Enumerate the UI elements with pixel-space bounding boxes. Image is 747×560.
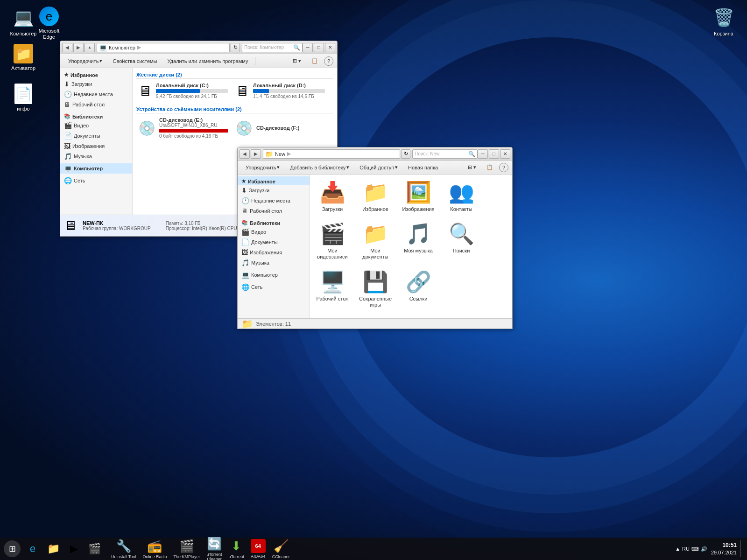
taskbar-ie[interactable]: e — [23, 539, 42, 558]
folder-images-icon: 🖼️ — [406, 180, 431, 204]
desktop-icon-info[interactable]: 📄 инфо — [5, 82, 42, 114]
folder-savedgames-icon: 💾 — [363, 270, 388, 294]
minimize-button[interactable]: ─ — [303, 43, 313, 52]
sidebar-item-recent[interactable]: 🕐 Недавние места — [60, 89, 132, 99]
show-desktop-button[interactable] — [740, 540, 743, 557]
maximize-button-new[interactable]: □ — [489, 149, 499, 159]
start-button[interactable]: ⊞ — [4, 540, 21, 557]
harddisks-label: Жёсткие диски (2) — [136, 72, 182, 77]
sidebar-item-video-new[interactable]: 🎬 Видео — [238, 227, 310, 237]
uninstall-program-button[interactable]: Удалить или изменить программу — [163, 57, 252, 65]
taskbar-online-radio[interactable]: 📻 Online Radio — [140, 538, 169, 560]
sidebar-item-recent-new[interactable]: 🕐 Недавние места — [238, 196, 310, 206]
help-button-new[interactable]: ? — [499, 163, 508, 172]
close-button[interactable]: ✕ — [325, 43, 335, 52]
folder-savedgames[interactable]: 💾 Сохранённые игры — [357, 268, 394, 310]
sidebar-item-images-new[interactable]: 🖼 Изображения — [238, 247, 310, 258]
address-bar-new[interactable]: 📁 New ▶ — [263, 149, 400, 159]
sidebar-item-downloads[interactable]: ⬇ Загрузки — [60, 79, 132, 89]
tray-volume[interactable]: 🔊 — [701, 546, 707, 552]
refresh-button-new[interactable]: ↻ — [401, 149, 410, 159]
desktop-icon-activator[interactable]: 📁 Активатор — [5, 42, 42, 73]
sidebar-item-network[interactable]: 🌐 Сеть — [60, 175, 132, 186]
uninstall-tool-icon: 🔧 — [116, 539, 131, 553]
sidebar-item-desktop[interactable]: 🖥 Рабочий стол — [60, 99, 132, 110]
folder-contacts-label: Контакты — [450, 206, 472, 212]
taskbar-mediaplayer[interactable]: ▶ — [64, 539, 83, 558]
help-button[interactable]: ? — [324, 56, 333, 66]
sidebar-item-desktop-new[interactable]: 🖥 Рабочий стол — [238, 206, 310, 216]
minimize-button-new[interactable]: ─ — [478, 149, 488, 159]
desktop-icon-recyclebin[interactable]: 🗑️ Корзина — [705, 5, 742, 39]
sidebar-item-computer[interactable]: 💻 Компьютер — [60, 163, 132, 174]
taskbar-uninstall-tool[interactable]: 🔧 Uninstall Tool — [108, 538, 139, 560]
add-to-library-button[interactable]: Добавить в библиотеку ▾ — [286, 163, 353, 172]
organize-button-new[interactable]: Упорядочить ▾ — [241, 163, 284, 172]
cd-f[interactable]: 💿 CD-дисковод (F:) — [233, 115, 327, 140]
folder-savedgames-label: Сохранённые игры — [359, 296, 392, 308]
close-button-new[interactable]: ✕ — [500, 149, 510, 159]
folder-mydocs[interactable]: 📁 Мои документы — [357, 220, 394, 262]
explorer-window-new: ◀ ▶ 📁 New ▶ ↻ Поиск: New 🔍 ─ □ ✕ Упорядо — [237, 147, 513, 329]
removable-label: Устройства со съёмными носителями (2) — [136, 106, 242, 112]
cd-e-space: 0 байт свободно из 4,16 ГБ — [159, 133, 228, 139]
drive-c[interactable]: 🖥 Локальный диск (C:) 9,42 ГБ свободно и… — [136, 81, 230, 101]
sidebar-item-music-new[interactable]: 🎵 Музыка — [238, 258, 310, 268]
folder-videos[interactable]: 🎬 Мои видеозаписи — [314, 220, 351, 262]
sidebar-item-video[interactable]: 🎬 Видео — [60, 120, 132, 131]
info-icon-label: инфо — [17, 106, 29, 112]
folder-music[interactable]: 🎵 Моя музыка — [400, 220, 437, 262]
sidebar-item-network-new[interactable]: 🌐 Сеть — [238, 282, 310, 292]
sidebar-item-docs[interactable]: 📄 Документы — [60, 131, 132, 141]
taskbar-clock[interactable]: 10:51 29.07.2021 — [711, 541, 737, 556]
taskbar-ccleaner[interactable]: 🧹 CCleaner — [269, 538, 293, 560]
folder-searches[interactable]: 🔍 Поиски — [443, 220, 480, 262]
folder-links[interactable]: 🔗 Ссылки — [400, 268, 437, 310]
folder-images[interactable]: 🖼️ Изображения — [400, 178, 437, 214]
drive-d[interactable]: 🖥 Локальный диск (D:) 11,4 ГБ свободно и… — [233, 81, 327, 101]
maximize-button[interactable]: □ — [314, 43, 324, 52]
taskbar-aida64[interactable]: 64 AIDA64 — [248, 538, 268, 560]
sidebar-item-downloads-new[interactable]: ⬇ Загрузки — [238, 185, 310, 196]
back-button-new[interactable]: ◀ — [240, 149, 250, 159]
folder-contacts[interactable]: 👥 Контакты — [443, 178, 480, 214]
organize-button[interactable]: Упорядочить ▾ — [64, 56, 106, 65]
kmplayer-label: The KMPlayer — [173, 554, 200, 559]
search-box-computer[interactable]: Поиск: Компьютер 🔍 — [242, 43, 303, 52]
cd-e[interactable]: 💿 CD-дисковод (E:) UralSOFT_WIN10_X86_RU… — [136, 115, 230, 140]
desktop-icon-edge[interactable]: e Microsoft Edge — [30, 5, 68, 42]
taskbar-media2[interactable]: 🎬 — [85, 539, 104, 558]
forward-button[interactable]: ▶ — [73, 43, 84, 52]
folder-contacts-icon: 👥 — [449, 180, 474, 204]
taskbar-utorrent[interactable]: ⬇ µTorrent — [226, 538, 247, 560]
removable-header: Устройства со съёмными носителями (2) — [136, 106, 333, 113]
desktop: 💻 Компьютер e Microsoft Edge 📁 Активатор… — [0, 0, 747, 560]
details-pane-new[interactable]: 📋 — [482, 163, 497, 172]
sidebar-item-docs-new[interactable]: 📄 Документы — [238, 237, 310, 247]
removable-grid: 💿 CD-дисковод (E:) UralSOFT_WIN10_X86_RU… — [136, 115, 333, 140]
refresh-button[interactable]: ↻ — [231, 43, 240, 52]
sidebar-item-music[interactable]: 🎵 Музыка — [60, 151, 132, 161]
folder-downloads[interactable]: 📥 Загрузки — [314, 178, 351, 214]
taskbar-explorer[interactable]: 📁 — [44, 539, 63, 558]
details-pane[interactable]: 📋 — [307, 56, 322, 65]
taskbar-kmplayer[interactable]: 🎬 The KMPlayer — [170, 538, 203, 560]
view-toggle-new[interactable]: ⊞ ▾ — [464, 163, 480, 172]
titlebar-computer: ◀ ▶ ▲ 💻 Компьютер ▶ ↻ Поиск: Компьютер 🔍… — [60, 41, 337, 54]
back-button[interactable]: ◀ — [62, 43, 72, 52]
new-folder-button[interactable]: Новая папка — [404, 163, 442, 172]
sidebar-item-computer-new[interactable]: 💻 Компьютер — [238, 270, 310, 280]
search-box-new[interactable]: Поиск: New 🔍 — [412, 149, 478, 159]
address-bar-computer[interactable]: 💻 Компьютер ▶ — [97, 43, 230, 52]
taskbar-utorrent-cleaner[interactable]: 🔄 uTorrentCleaner — [204, 536, 225, 560]
folder-desktop[interactable]: 🖥️ Рабочий стол — [314, 268, 351, 310]
share-button[interactable]: Общий доступ ▾ — [355, 163, 402, 172]
pc-memory: Память: 3,10 ГБ — [166, 221, 248, 226]
sidebar-item-images[interactable]: 🖼 Изображения — [60, 141, 132, 151]
up-button[interactable]: ▲ — [85, 43, 95, 52]
system-properties-button[interactable]: Свойства системы — [108, 57, 161, 65]
tray-arrow[interactable]: ▲ — [675, 546, 680, 552]
view-toggle[interactable]: ⊞ ▾ — [289, 56, 305, 65]
folder-favorites[interactable]: 📁 Избранное — [357, 178, 394, 214]
forward-button-new[interactable]: ▶ — [251, 149, 261, 159]
